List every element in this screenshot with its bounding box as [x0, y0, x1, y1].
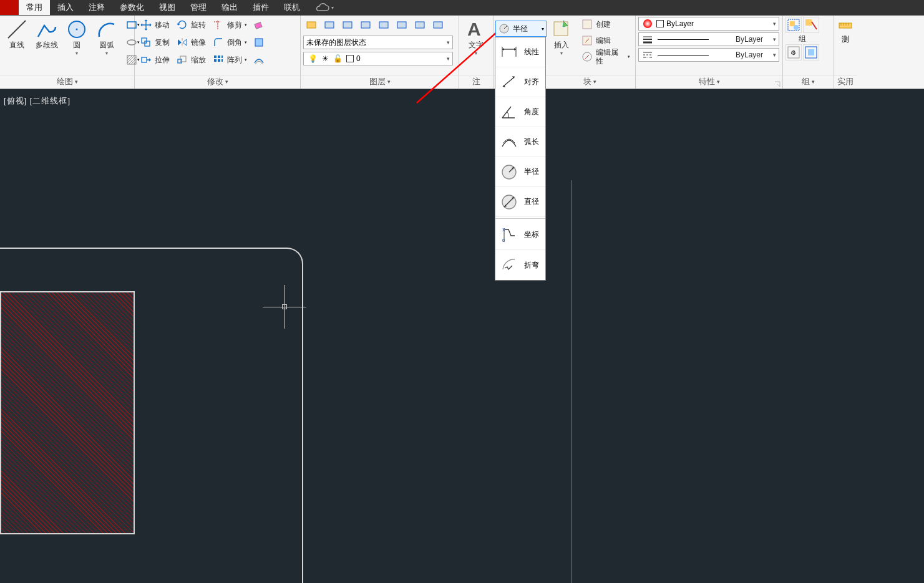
- panel-props-footer[interactable]: 特性▾: [636, 75, 782, 87]
- dim-arclength[interactable]: 弧长: [495, 127, 545, 157]
- ungroup-button[interactable]: [803, 17, 819, 33]
- edit-attr-button[interactable]: 编辑属性▾: [578, 49, 633, 64]
- panel-modify-footer[interactable]: 修改▾: [135, 75, 300, 87]
- dim-linear[interactable]: 线性: [495, 37, 545, 67]
- svg-rect-11: [178, 59, 182, 63]
- dim-radius[interactable]: 半径: [495, 157, 545, 187]
- copy-icon: [140, 36, 152, 49]
- panel-block-footer[interactable]: 块▾: [545, 75, 635, 87]
- group-edit-button[interactable]: ⚙: [785, 44, 802, 60]
- panel-util: 测 实用: [834, 16, 857, 89]
- layer-mcur-button[interactable]: [394, 17, 410, 33]
- trim-button[interactable]: 修剪▾: [210, 17, 250, 32]
- color-icon: [641, 17, 654, 30]
- svg-line-0: [8, 21, 26, 38]
- dim-diameter[interactable]: 直径: [495, 187, 545, 217]
- svg-text:⚙: ⚙: [790, 49, 796, 56]
- menu-insert[interactable]: 插入: [50, 0, 81, 15]
- panel-util-footer[interactable]: 实用: [834, 75, 857, 87]
- linetype-dropdown[interactable]: ByLayer ▾: [638, 48, 779, 62]
- svg-rect-46: [808, 49, 814, 55]
- svg-rect-7: [142, 38, 147, 43]
- dim-jogged[interactable]: 折弯: [495, 250, 545, 280]
- create-button[interactable]: 创建: [578, 17, 633, 32]
- vertical-guide: [571, 180, 571, 583]
- menu-home[interactable]: 常用: [19, 0, 50, 15]
- menu-annotate[interactable]: 注释: [81, 0, 112, 15]
- dim-angular[interactable]: 角度: [495, 97, 545, 127]
- svg-rect-19: [307, 22, 316, 28]
- sun-icon: ☀: [319, 52, 331, 65]
- polyline-button[interactable]: 多段线: [32, 17, 61, 51]
- menu-plugins[interactable]: 插件: [245, 0, 276, 15]
- group-bbox-button[interactable]: [803, 44, 819, 60]
- drawing-canvas[interactable]: [俯视] [二维线框] Y ×: [0, 89, 924, 583]
- panel-draw-footer[interactable]: 绘图▾: [0, 75, 134, 87]
- ordinate-icon: X0: [499, 225, 519, 245]
- circle-button[interactable]: 圆 ▾: [62, 17, 91, 59]
- panel-group: 组 ⚙ 组▾: [783, 16, 834, 89]
- line-label: 直线: [9, 41, 24, 49]
- menu-manage[interactable]: 管理: [183, 0, 214, 15]
- lock-icon: 🔓: [331, 52, 344, 65]
- cloud-icon[interactable]: ▾: [308, 0, 340, 15]
- layer-on-button[interactable]: [321, 17, 338, 33]
- svg-line-57: [503, 77, 515, 87]
- svg-rect-29: [583, 20, 591, 29]
- explode-button[interactable]: [251, 34, 267, 51]
- dim-aligned[interactable]: 对齐: [495, 67, 545, 97]
- dim-ordinate[interactable]: X0 坐标: [495, 220, 545, 250]
- layer-prop-button[interactable]: [303, 17, 319, 33]
- view-label[interactable]: [俯视] [二维线框]: [4, 95, 71, 107]
- dimension-dropdown-menu: 半径 ▾ 线性 对齐 角度 弧长 半径 直径 X0 坐标 折弯: [495, 37, 546, 281]
- svg-rect-6: [255, 22, 262, 29]
- layer-freeze-button[interactable]: [339, 17, 356, 33]
- panel-props-launcher[interactable]: [774, 80, 781, 87]
- menu-parametric[interactable]: 参数化: [112, 0, 152, 15]
- svg-line-65: [417, 27, 503, 103]
- dimension-split-button[interactable]: 半径 ▾: [495, 21, 547, 37]
- scale-button[interactable]: 缩放: [173, 52, 208, 67]
- app-icon[interactable]: [0, 0, 19, 15]
- panel-group-footer[interactable]: 组▾: [783, 75, 834, 87]
- menu-view[interactable]: 视图: [152, 0, 183, 15]
- color-dropdown[interactable]: ByLayer ▾: [638, 17, 779, 31]
- aligned-icon: [499, 72, 519, 92]
- svg-point-41: [794, 25, 799, 30]
- stretch-button[interactable]: 拉伸: [137, 52, 172, 67]
- fillet-button[interactable]: 倒角▾: [210, 35, 250, 50]
- fillet-icon: [212, 36, 225, 49]
- group-sel-button[interactable]: [785, 17, 802, 33]
- measure-label: 测: [842, 34, 849, 45]
- erase-button[interactable]: [251, 17, 267, 33]
- insert-button[interactable]: 插入 ▾: [547, 17, 576, 59]
- lineweight-dropdown[interactable]: ByLayer ▾: [638, 32, 779, 46]
- line-button[interactable]: 直线: [2, 17, 31, 51]
- mirror-button[interactable]: 镜像: [173, 35, 208, 50]
- measure-button[interactable]: [837, 17, 853, 33]
- menu-online[interactable]: 联机: [276, 0, 308, 15]
- svg-point-2: [76, 29, 78, 31]
- lineweight-icon: [641, 33, 654, 46]
- circle-label: 圆: [73, 41, 80, 49]
- edit-attr-icon: [581, 51, 593, 63]
- crosshair-pickbox: [282, 304, 287, 309]
- edit-button[interactable]: 编辑: [578, 33, 633, 48]
- arc-label: 圆弧: [99, 41, 114, 49]
- arc-button[interactable]: 圆弧 ▾: [92, 17, 121, 59]
- move-icon: [140, 19, 152, 31]
- panel-modify: 移动 旋转 修剪▾ 复制 镜像 倒角▾ 拉伸 缩放 阵列▾: [135, 16, 301, 89]
- copy-button[interactable]: 复制: [137, 35, 172, 50]
- circle-icon: [66, 18, 88, 41]
- rotate-button[interactable]: 旋转: [173, 17, 208, 32]
- polyline-icon: [36, 18, 58, 41]
- offset-button[interactable]: [251, 52, 267, 68]
- layer-lock-button[interactable]: [357, 17, 374, 33]
- menu-output[interactable]: 输出: [214, 0, 245, 15]
- array-button[interactable]: 阵列▾: [210, 52, 250, 67]
- color-swatch: [656, 20, 664, 27]
- svg-rect-40: [790, 21, 795, 26]
- layer-iso-button[interactable]: [376, 17, 392, 33]
- group-button[interactable]: 组: [799, 34, 806, 43]
- move-button[interactable]: 移动: [137, 17, 172, 32]
